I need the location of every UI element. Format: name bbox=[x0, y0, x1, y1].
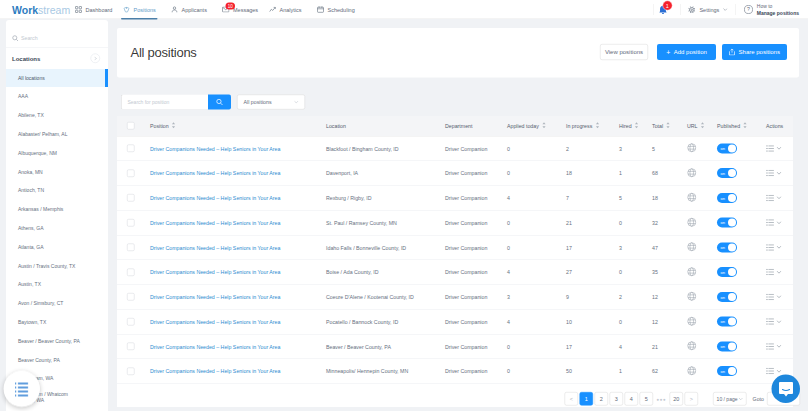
svg-text:?: ? bbox=[747, 6, 750, 12]
